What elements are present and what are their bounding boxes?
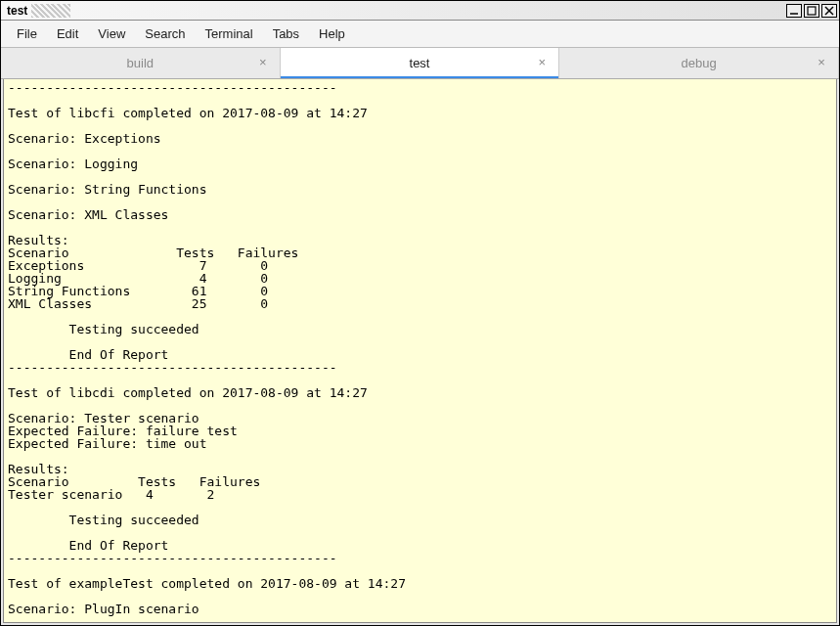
minimize-icon [789, 6, 799, 16]
maximize-button[interactable] [804, 4, 819, 18]
maximize-icon [807, 6, 817, 16]
minimize-button[interactable] [786, 4, 802, 18]
tab-strip: build × test × debug × [1, 48, 839, 79]
tab-build-label: build [127, 56, 154, 70]
title-bar: test [1, 1, 839, 21]
window-frame: test File Edit View Search Terminal Tabs… [0, 0, 840, 626]
menu-edit[interactable]: Edit [47, 22, 88, 45]
svg-rect-1 [808, 7, 816, 15]
tab-debug-close-icon[interactable]: × [815, 56, 828, 69]
window-title: test [3, 4, 27, 18]
tab-test[interactable]: test × [281, 48, 560, 78]
close-window-button[interactable] [821, 4, 837, 18]
close-icon [824, 6, 834, 16]
tab-build-close-icon[interactable]: × [256, 56, 270, 69]
menu-bar: File Edit View Search Terminal Tabs Help [1, 21, 839, 48]
titlebar-texture [31, 4, 70, 18]
terminal-output[interactable]: ----------------------------------------… [3, 79, 837, 623]
tab-test-close-icon[interactable]: × [535, 56, 549, 69]
menu-terminal[interactable]: Terminal [196, 22, 263, 45]
tab-debug[interactable]: debug × [559, 48, 839, 78]
tab-build[interactable]: build × [1, 48, 281, 78]
menu-search[interactable]: Search [135, 22, 195, 45]
menu-view[interactable]: View [88, 22, 135, 45]
tab-test-label: test [410, 56, 430, 70]
menu-tabs[interactable]: Tabs [263, 22, 309, 45]
menu-help[interactable]: Help [309, 22, 355, 45]
menu-file[interactable]: File [7, 22, 47, 45]
tab-debug-label: debug [682, 56, 717, 70]
